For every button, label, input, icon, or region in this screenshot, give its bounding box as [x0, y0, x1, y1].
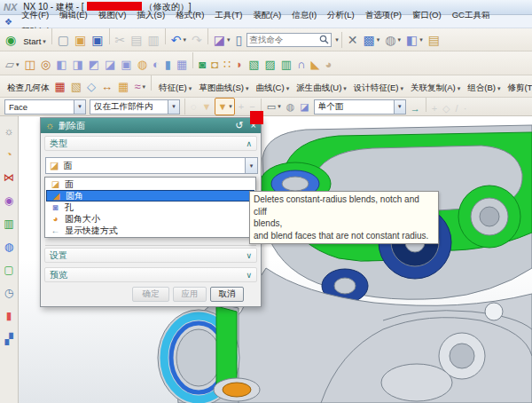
mirror-icon[interactable]: ▨ — [262, 56, 277, 74]
preview-section-header[interactable]: 预览 ∨ — [44, 267, 257, 282]
combine-group-button[interactable]: 组合(B)▾ — [464, 80, 502, 98]
type-dropdown-field[interactable]: ◪ 面 ▾ — [45, 157, 258, 174]
type-section-header[interactable]: 类型 ∧ — [44, 136, 257, 151]
layout-icon[interactable]: ▦ — [116, 78, 130, 96]
convex-check-icon[interactable]: ▧ — [69, 78, 83, 96]
revolve-icon[interactable]: ◨ — [70, 56, 84, 74]
chamfer-icon[interactable]: ◣ — [309, 56, 321, 74]
assoc-copy-group-button[interactable]: 关联复制(A)▾ — [407, 80, 462, 98]
menu-tools[interactable]: 工具(T) — [208, 10, 246, 21]
menu-format[interactable]: 格式(R) — [169, 10, 208, 21]
pattern-icon[interactable]: ▧ — [246, 56, 261, 74]
shell-icon[interactable]: ∩ — [295, 56, 307, 74]
materials-icon[interactable]: ▮ — [6, 311, 12, 321]
new-file-icon[interactable]: ▢ — [56, 31, 71, 49]
dropdown-item-显示快捷方式[interactable]: ←显示快捷方式 — [46, 225, 254, 236]
sketch-icon[interactable]: ▱▾ — [4, 56, 21, 74]
start-menu-button[interactable]: Start▾ — [20, 33, 48, 51]
dialog-gear-icon[interactable]: ☼ — [45, 121, 54, 130]
process-studio-icon[interactable]: ◷ — [4, 288, 13, 298]
snap-midpoint-icon[interactable]: ◇ — [441, 99, 451, 116]
trim-group-button[interactable]: 修剪(T)▾ — [504, 80, 532, 98]
menu-edit[interactable]: 编辑(E) — [53, 10, 92, 21]
ok-button[interactable]: 确定 — [132, 287, 169, 302]
chevron-down-icon[interactable]: ▾ — [335, 36, 339, 43]
type-filter-combo[interactable]: Face ▾ — [4, 99, 86, 115]
collapse-chevron-icon[interactable]: ∧ — [246, 139, 252, 148]
search-input[interactable] — [249, 35, 319, 44]
menu-gc-toolbox[interactable]: GC工具箱 — [446, 10, 495, 21]
fit-window-icon[interactable]: ▩▾ — [361, 31, 381, 49]
cylinder-icon[interactable]: ◪ — [103, 56, 117, 74]
part-info-icon[interactable]: ▯ — [233, 31, 244, 49]
feature-failure-icon[interactable]: ▦ — [53, 78, 67, 96]
snap-dot-icon[interactable]: · — [462, 99, 469, 116]
chevron-down-icon[interactable]: ▾ — [245, 158, 257, 173]
general-filter-icon[interactable]: ▼ — [200, 98, 214, 115]
spline-analysis-icon[interactable]: ≈▾ — [132, 78, 147, 96]
intersect-icon[interactable]: ∷ — [222, 56, 232, 74]
extrude-icon[interactable]: ◧ — [54, 56, 68, 74]
constraint-navigator-icon[interactable]: ⋈ — [4, 172, 14, 183]
menu-information[interactable]: 信息(I) — [286, 10, 321, 21]
assembly-navigator-icon[interactable]: ◔ — [5, 149, 12, 160]
cancel-button[interactable]: 取消 — [210, 287, 244, 302]
expand-chevron-icon[interactable]: ∨ — [246, 251, 252, 260]
selection-scope-combo[interactable]: 仅在工作部件内 ▾ — [90, 99, 180, 115]
nx-session-icon[interactable]: ◉ — [4, 31, 18, 49]
dropdown-item-面[interactable]: ◪面 — [46, 178, 254, 190]
settings-section-header[interactable]: 设置 ∨ — [44, 248, 257, 263]
wcs-orient-icon[interactable]: ✕ — [346, 31, 360, 49]
feature-group-button[interactable]: 特征(E)▾ — [155, 80, 193, 98]
allow-selection-icon[interactable]: ◌ — [189, 98, 199, 115]
reuse-library-icon[interactable]: ▥ — [4, 218, 13, 229]
undo-icon[interactable]: ↶▾ — [169, 31, 188, 49]
thread-icon[interactable]: ▦ — [175, 56, 189, 74]
derived-curve-group-button[interactable]: 派生曲线(U)▾ — [293, 80, 348, 98]
unite-icon[interactable]: ◙ — [197, 56, 207, 74]
sketch-curve-group-button[interactable]: 草图曲线(S)▾ — [195, 80, 250, 98]
menu-preferences[interactable]: 首选项(P) — [359, 10, 406, 21]
redo-icon[interactable]: ↷ — [190, 31, 204, 49]
measure-icon[interactable]: ↔ — [99, 78, 114, 96]
history-icon[interactable]: ▢ — [4, 265, 13, 275]
edge-blend-icon[interactable]: ◕ — [323, 56, 333, 74]
boss-icon[interactable]: ▣ — [119, 56, 133, 74]
command-finder[interactable] — [246, 33, 332, 47]
face-rule-combo[interactable]: 单个面 ▾ — [314, 99, 406, 115]
subtract-icon[interactable]: ◘ — [209, 56, 220, 74]
paste-icon[interactable]: ▥ — [145, 31, 160, 49]
dialog-reset-icon[interactable]: ↺ — [235, 121, 243, 130]
menu-insert[interactable]: 插入(S) — [130, 10, 169, 21]
detail-filter-icon[interactable]: ▼▾ — [215, 98, 234, 115]
datum-plane-icon[interactable]: ◫ — [23, 56, 37, 74]
curve-group-button[interactable]: 曲线(C)▾ — [252, 80, 291, 98]
block-icon[interactable]: ◩ — [87, 56, 101, 74]
view-orient-icon[interactable]: ◧▾ — [404, 31, 425, 49]
navigator-gear-icon[interactable]: ☼ — [4, 126, 14, 137]
menu-view[interactable]: 视图(V) — [92, 10, 131, 21]
add-filter-icon[interactable]: + — [237, 98, 246, 115]
slot-icon[interactable]: ▮ — [163, 56, 173, 74]
save-file-icon[interactable]: ▣ — [90, 31, 105, 49]
part-navigator-icon[interactable]: ◉ — [4, 195, 13, 206]
render-style-icon[interactable]: ◍▾ — [383, 31, 403, 49]
menu-analysis[interactable]: 分析(L) — [321, 10, 359, 21]
chevron-down-icon[interactable]: ▾ — [394, 100, 405, 114]
snap-angle-icon[interactable]: / — [454, 99, 460, 116]
offset-icon[interactable]: ▥ — [279, 56, 293, 74]
dialog-titlebar[interactable]: ☼ 删除面 ↺ × — [41, 118, 261, 133]
chevron-down-icon[interactable]: ▾ — [74, 100, 85, 114]
design-feature-group-button[interactable]: 设计特征(E)▾ — [350, 80, 405, 98]
module-box-icon[interactable]: ◪▾ — [212, 31, 232, 49]
copy-icon[interactable]: ▤ — [129, 31, 144, 49]
stop-at-intersection-icon[interactable]: → — [409, 99, 422, 116]
menu-window[interactable]: 窗口(O) — [406, 10, 446, 21]
dropdown-item-圆角大小[interactable]: ◕圆角大小 — [46, 213, 254, 225]
apply-button[interactable]: 应用 — [173, 287, 207, 302]
open-file-icon[interactable]: ▣ — [73, 31, 88, 49]
web-browser-icon[interactable]: ◍ — [4, 241, 13, 252]
solid-body-icon[interactable]: ◪ — [298, 98, 310, 115]
deviation-icon[interactable]: ◇ — [85, 78, 98, 96]
menu-file[interactable]: 文件(F) — [15, 10, 53, 21]
